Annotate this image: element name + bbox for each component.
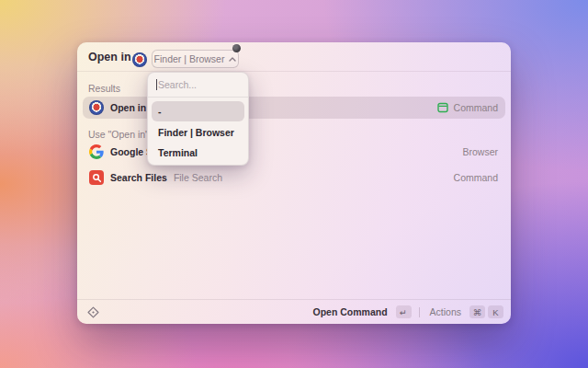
dropdown-selected-value: Finder | Browser: [154, 53, 225, 64]
result-row-google-search[interactable]: Google Search Browser: [83, 141, 505, 163]
results-section-label: Results: [88, 83, 120, 94]
command-title: Open in: [88, 51, 131, 63]
k-key-badge: K: [488, 305, 503, 318]
dropdown-option-finder-browser[interactable]: Finder | Browser: [152, 122, 244, 143]
dropdown-option-terminal[interactable]: Terminal: [152, 143, 244, 163]
result-accessory: Command: [454, 172, 498, 183]
open-in-icon: [89, 100, 104, 115]
header-divider: [77, 71, 511, 72]
dropdown-option-dash[interactable]: -: [152, 101, 244, 121]
enter-key-badge: ↵: [396, 305, 412, 318]
target-app-dropdown[interactable]: Finder | Browser: [152, 50, 239, 68]
text-cursor: [156, 79, 157, 90]
open-command-button[interactable]: Open Command: [312, 306, 387, 317]
result-subtitle: File Search: [174, 172, 222, 183]
result-title: Open in: [110, 102, 146, 113]
dropdown-badge-dot: [232, 44, 241, 52]
footer-divider: [419, 307, 420, 317]
google-icon: [89, 144, 104, 159]
launcher-window: Open in Finder | Browser Results Open in…: [77, 42, 511, 324]
dropdown-search[interactable]: [148, 73, 248, 98]
action-bar: Open Command ↵ Actions ⌘ K: [77, 299, 511, 324]
open-in-extension-icon: [132, 52, 147, 67]
result-accessory: Browser: [462, 146, 498, 157]
result-row-open-in[interactable]: Open in Terminal Command: [83, 97, 505, 119]
dropdown-search-input[interactable]: [158, 79, 236, 90]
raycast-diamond-icon: [86, 305, 100, 319]
desktop-wallpaper: Open in Finder | Browser Results Open in…: [0, 0, 588, 368]
actions-button[interactable]: Actions: [430, 306, 461, 317]
cmd-key-badge: ⌘: [469, 305, 485, 318]
green-window-icon: [437, 102, 448, 113]
dropdown-panel: - Finder | Browser Terminal: [147, 72, 249, 166]
file-search-icon: [89, 170, 104, 185]
chevron-up-icon: [229, 57, 236, 62]
result-row-search-files[interactable]: Search Files File Search Command: [83, 167, 505, 189]
result-accessory: Command: [454, 102, 498, 113]
result-title: Search Files: [110, 172, 167, 183]
